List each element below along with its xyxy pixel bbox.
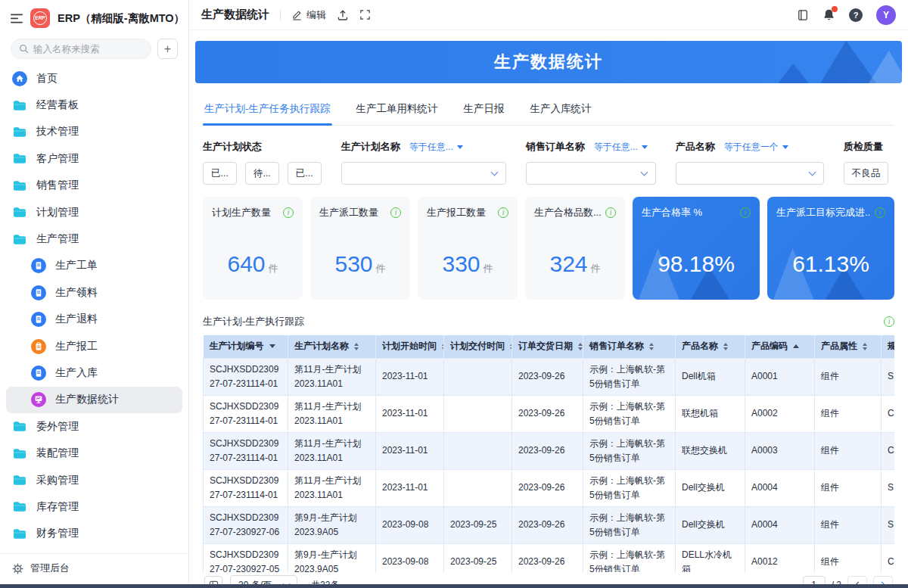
sidebar-item-outsourcing[interactable]: 委外管理 — [6, 413, 182, 440]
tab-3[interactable]: 生产入库统计 — [529, 94, 593, 125]
sidebar-header: ERP ERP（精细版-离散MTO） — [0, 0, 188, 32]
sidebar-item-return[interactable]: 生产退料 — [6, 306, 182, 333]
sidebar-item-picking[interactable]: 生产领料 — [6, 279, 182, 306]
notebook-button[interactable] — [797, 9, 809, 21]
help-button[interactable]: ? — [849, 8, 863, 22]
menu-toggle-icon[interactable] — [11, 14, 23, 23]
bottom-scrollbar[interactable] — [0, 584, 908, 588]
sort-icon[interactable] — [578, 343, 583, 351]
sidebar-item-tech[interactable]: 技术管理 — [6, 119, 182, 145]
info-icon[interactable]: i — [884, 316, 894, 327]
fullscreen-button[interactable] — [359, 9, 371, 20]
column-header[interactable]: 计划开始时间 — [376, 335, 444, 358]
table-cell: 2023-09-25 — [444, 506, 512, 543]
info-icon[interactable]: i — [498, 207, 508, 218]
column-header[interactable]: 产品属性 — [815, 335, 882, 358]
filter-select[interactable] — [676, 162, 824, 185]
column-header[interactable]: 订单交货日期 — [512, 335, 583, 358]
sort-icon[interactable] — [649, 343, 654, 351]
search-input[interactable] — [33, 44, 143, 54]
sidebar-item-production[interactable]: 生产管理 — [6, 226, 182, 252]
share-button[interactable] — [337, 9, 349, 21]
info-icon[interactable]: i — [390, 207, 401, 218]
column-header[interactable]: 生产计划名称 — [288, 335, 376, 358]
table-row[interactable]: SCJHXSDD230927-07-230927-06第9月-生产计划 2023… — [204, 506, 895, 543]
table-row[interactable]: SCJHXSDD230927-07-231114-01第11月-生产计划 202… — [204, 358, 895, 395]
filter-option-button[interactable]: 不良品 — [844, 162, 889, 185]
sidebar-item-report-work[interactable]: 生产报工 — [6, 333, 182, 359]
sidebar-item-home[interactable]: 首页 — [6, 65, 182, 92]
stat-card-value: 640 — [227, 251, 265, 276]
folder-icon — [12, 126, 27, 138]
table-row[interactable]: SCJHXSDD230927-07-231114-01第11月-生产计划 202… — [204, 395, 895, 432]
table-cell: 第9月-生产计划 2023.9A05 — [288, 506, 376, 543]
notebook-icon — [797, 9, 809, 21]
table-cell: 2023-11-01 — [376, 432, 444, 469]
sidebar-item-sales[interactable]: 销售管理 — [6, 173, 182, 199]
column-header[interactable]: 规格 — [882, 335, 895, 358]
column-header[interactable]: 生产计划编号 — [204, 335, 288, 358]
filter-option-button[interactable]: 已... — [288, 162, 322, 185]
sort-icon[interactable] — [354, 343, 359, 351]
stat-card-4: 生产合格率 %i98.18% — [633, 197, 760, 300]
filter-select[interactable] — [526, 162, 656, 185]
column-header[interactable]: 产品名称 — [676, 335, 745, 358]
info-icon[interactable]: i — [283, 207, 294, 218]
app-logo: ERP — [30, 8, 50, 28]
sidebar-item-prod-stats[interactable]: 生产数据统计 — [6, 387, 182, 413]
notification-dot — [832, 6, 838, 12]
sidebar-item-plan[interactable]: 计划管理 — [6, 199, 182, 226]
filter-select[interactable] — [341, 162, 506, 185]
table-cell — [444, 395, 512, 432]
tab-0[interactable]: 生产计划-生产任务执行跟踪 — [203, 94, 332, 125]
admin-backend-link[interactable]: 管理后台 — [0, 553, 188, 584]
sidebar-item-work-order[interactable]: 生产工单 — [6, 253, 182, 279]
document-icon — [31, 285, 46, 300]
filter-operator[interactable]: 等于任意... — [409, 141, 463, 154]
filter-caret-icon[interactable] — [269, 344, 275, 348]
sidebar-item-dashboard[interactable]: 经营看板 — [6, 92, 182, 118]
admin-backend-label: 管理后台 — [30, 562, 70, 575]
search-box[interactable] — [11, 39, 151, 59]
filter-option-button[interactable]: 待... — [245, 162, 279, 185]
info-icon[interactable]: i — [875, 207, 885, 218]
filter-operator[interactable]: 等于任意一个 — [724, 141, 788, 154]
table-cell: 组件 — [815, 543, 882, 572]
sidebar-item-assembly[interactable]: 装配管理 — [6, 440, 182, 466]
table-cell: 2023-11-01 — [376, 395, 444, 432]
sort-icon[interactable] — [723, 343, 728, 351]
sort-asc-icon[interactable] — [793, 344, 799, 348]
column-header[interactable]: 产品编码 — [745, 335, 815, 358]
avatar[interactable]: Y — [876, 5, 896, 25]
sidebar-item-inventory[interactable]: 库存管理 — [6, 493, 182, 520]
table-row[interactable]: SCJHXSDD230927-07-231114-01第11月-生产计划 202… — [204, 432, 895, 469]
column-header-label: 产品属性 — [821, 340, 857, 353]
table-cell: 2023-09-26 — [512, 543, 583, 572]
tab-1[interactable]: 生产工单用料统计 — [355, 94, 440, 125]
sidebar-item-finance[interactable]: 财务管理 — [6, 521, 182, 547]
sidebar-item-label: 技术管理 — [36, 125, 79, 138]
add-button[interactable]: + — [157, 39, 178, 59]
sidebar-item-customer[interactable]: 客户管理 — [6, 145, 182, 172]
topbar-right: ? Y — [797, 5, 896, 25]
sidebar-item-purchasing[interactable]: 采购管理 — [6, 467, 182, 493]
edit-button[interactable]: 编辑 — [291, 8, 326, 22]
sidebar-item-inbound[interactable]: 生产入库 — [6, 359, 182, 386]
column-header[interactable]: 销售订单名称 — [583, 335, 676, 358]
table-cell: 第9月-生产计划 2023.9A05 — [288, 543, 376, 572]
info-icon[interactable]: i — [740, 207, 751, 218]
notifications-button[interactable] — [822, 8, 835, 21]
table-row[interactable]: SCJHXSDD230927-07-231114-01第11月-生产计划 202… — [204, 469, 895, 506]
tab-2[interactable]: 生产日报 — [462, 94, 506, 125]
table-cell: SCJHXSDD230927-07-231114-01 — [204, 358, 288, 395]
filter-operator[interactable]: 等于任意... — [594, 141, 648, 154]
table-cell: C — [882, 543, 895, 572]
column-header[interactable]: 计划交付时间 — [444, 335, 512, 358]
table-cell: 2023-11-01 — [376, 469, 444, 506]
info-icon[interactable]: i — [605, 207, 616, 218]
filter-option-button[interactable]: 已... — [203, 162, 237, 185]
sidebar-item-label: 首页 — [36, 72, 58, 86]
table-row[interactable]: SCJHXSDD230927-07-230927-05第9月-生产计划 2023… — [204, 543, 895, 572]
sort-icon[interactable] — [863, 343, 867, 351]
table-cell: 第11月-生产计划 2023.11A01 — [288, 395, 376, 432]
